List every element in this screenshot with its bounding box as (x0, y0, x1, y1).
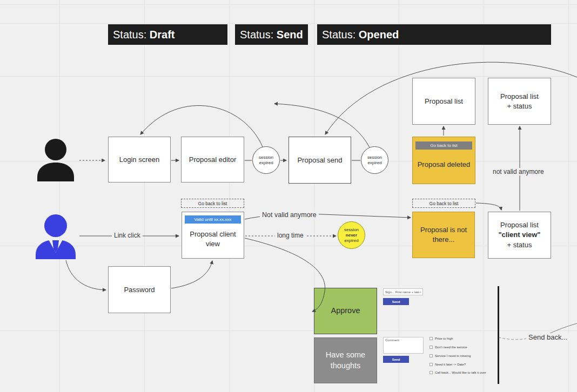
checkbox-row[interactable]: Don't need the service (430, 346, 467, 349)
checkbox-row[interactable]: Service I need is missing (430, 354, 471, 357)
badge-label: Go back to list (430, 201, 459, 206)
node-label-line2: "client view" (498, 230, 540, 240)
status-banner-send[interactable]: Status: Send (235, 24, 308, 45)
node-proposal-list-status[interactable]: Proposal list + status (488, 78, 551, 125)
status-banner-draft[interactable]: Status: Draft (108, 24, 227, 45)
node-label: Have some thoughts (326, 350, 365, 371)
node-label: Proposal editor (189, 155, 236, 165)
comment-textarea[interactable]: Comment (383, 337, 424, 354)
status-value: Send (277, 29, 303, 40)
edge-goback-to-cvlist (476, 203, 501, 210)
session-never-expired-circle[interactable]: session never expired (338, 221, 365, 249)
edge-sendback-to-line (499, 337, 527, 340)
node-login-screen[interactable]: Login screen (108, 137, 171, 183)
bar-label: Go back to list (430, 143, 458, 148)
node-label: Proposal list + status (500, 92, 539, 111)
node-proposal-list[interactable]: Proposal list (412, 78, 475, 125)
node-label: Approve (331, 306, 360, 316)
send-label: Send (392, 358, 400, 361)
node-proposal-editor[interactable]: Proposal editor (181, 137, 244, 183)
node-label: Login screen (119, 155, 159, 165)
node-label: Proposal is not there... (420, 225, 467, 244)
circle-label: session expired (367, 155, 382, 166)
checkbox[interactable] (430, 346, 433, 349)
session-expired-circle-right[interactable]: session expired (361, 146, 388, 174)
checkbox-row[interactable]: Need it later -> Date? (430, 363, 466, 366)
label-long-time[interactable]: long time (275, 232, 306, 239)
badge-label: Go back to list (198, 201, 227, 206)
session-expired-circle-left[interactable]: session expired (252, 146, 280, 174)
go-back-to-list-bar[interactable]: Go back to list (415, 141, 472, 150)
node-proposal-send[interactable]: Proposal send (288, 137, 351, 184)
label-text: Not valid anymore (262, 211, 317, 219)
status-value: Draft (150, 29, 175, 40)
node-label: Password (124, 285, 155, 295)
status-banner-opened[interactable]: Status: Opened (317, 24, 551, 45)
node-have-some-thoughts[interactable]: Have some thoughts (314, 337, 377, 383)
edge-clientview-to-approve (245, 238, 325, 312)
node-label: Proposal list (425, 97, 463, 106)
label-text: long time (277, 232, 304, 239)
checkbox-label: Price to high (435, 337, 453, 340)
circle-label: session expired (259, 155, 273, 166)
node-label-line3: + status (507, 240, 532, 250)
label-text: Link click (114, 232, 140, 239)
checkbox-label: Don't need the service (435, 346, 467, 349)
node-approve[interactable]: Approve (314, 288, 377, 334)
comment-placeholder: Comment (385, 339, 399, 342)
node-label: Proposal deleted (418, 160, 471, 170)
divider-line[interactable] (498, 286, 499, 384)
label-not-valid-anymore[interactable]: Not valid anymore (260, 211, 319, 219)
status-prefix: Status: (240, 29, 277, 40)
valid-until-label: Valid until xx.xx.xxx (194, 217, 232, 222)
node-proposal-list-client-view-status[interactable]: Proposal list "client view" + status (488, 212, 551, 259)
comment-send-button[interactable]: Send (383, 356, 409, 363)
sign-name-input[interactable] (383, 288, 423, 295)
node-label: Proposal client view (182, 229, 244, 248)
sign-send-button[interactable]: Send (383, 298, 409, 305)
checkbox[interactable] (430, 363, 433, 366)
edge-client-to-password (66, 260, 106, 290)
label-link-click[interactable]: Link click (112, 232, 143, 239)
send-label: Send (392, 300, 400, 303)
checkbox-row[interactable]: Call back... Would like to talk it over (430, 371, 486, 374)
grid-hairline (0, 4, 577, 5)
circle-label-line1: session (344, 227, 359, 233)
go-back-to-list-badge-client[interactable]: Go back to list (181, 199, 244, 208)
node-proposal-not-there[interactable]: Proposal is not there... (412, 212, 475, 258)
node-label-line1: Proposal list (500, 220, 539, 230)
whiteboard-canvas: Status: Draft Status: Send Status: Opene… (0, 0, 577, 392)
checkbox-label: Service I need is missing (435, 354, 471, 357)
label-text: not valid anymore (493, 168, 544, 175)
checkbox[interactable] (430, 337, 433, 340)
go-back-to-list-badge-notthere[interactable]: Go back to list (412, 199, 475, 208)
admin-person-icon[interactable] (35, 138, 76, 181)
node-label: Proposal send (297, 156, 342, 165)
checkbox[interactable] (430, 371, 433, 374)
node-proposal-client-view[interactable]: Valid until xx.xx.xxx Proposal client vi… (182, 212, 244, 259)
checkbox[interactable] (430, 354, 433, 357)
circle-label-line2: never (346, 233, 357, 238)
valid-until-bar[interactable]: Valid until xx.xx.xxx (185, 215, 241, 224)
edge-password-to-clientview (171, 261, 212, 288)
client-person-icon[interactable] (34, 214, 77, 259)
checkbox-label: Need it later -> Date? (435, 363, 466, 366)
checkbox-row[interactable]: Price to high (430, 337, 453, 340)
node-password[interactable]: Password (108, 266, 171, 313)
label-not-valid-anymore-right[interactable]: not valid anymore (491, 168, 546, 175)
status-value: Opened (359, 29, 399, 40)
circle-label-line3: expired (344, 238, 358, 244)
status-prefix: Status: (113, 29, 150, 40)
status-prefix: Status: (322, 29, 359, 40)
node-proposal-deleted[interactable]: Go back to list Proposal deleted (412, 137, 475, 184)
label-send-back[interactable]: Send back... (526, 333, 569, 341)
label-text: Send back... (528, 333, 567, 341)
connectors-layer (0, 0, 577, 392)
checkbox-label: Call back... Would like to talk it over (435, 371, 486, 374)
